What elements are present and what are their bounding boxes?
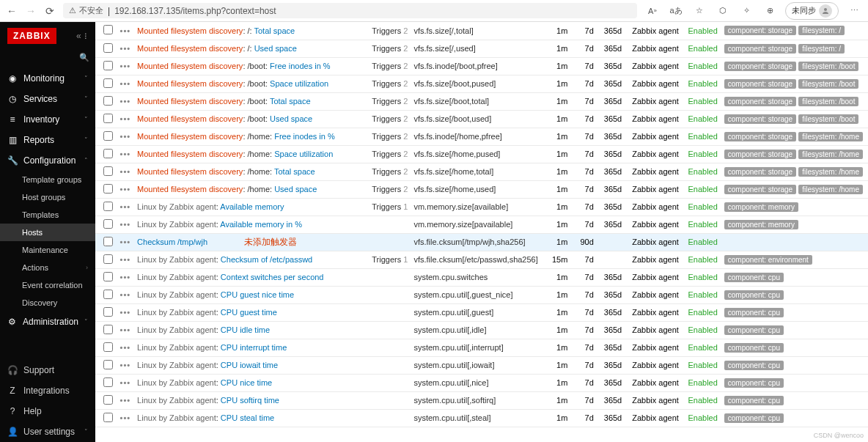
row-menu-icon[interactable]: ••• (117, 268, 134, 286)
row-menu-icon[interactable]: ••• (117, 391, 134, 409)
row-menu-icon[interactable]: ••• (117, 92, 134, 110)
text-size-icon[interactable]: A» (644, 3, 661, 19)
triggers-link[interactable]: Triggers (372, 44, 401, 53)
tag[interactable]: component: storage (724, 97, 796, 106)
nav-services[interactable]: ◷Services˅ (0, 89, 95, 109)
discovery-link[interactable]: Linux by Zabbix agent (137, 255, 216, 264)
row-checkbox[interactable] (103, 96, 113, 106)
row-checkbox[interactable] (103, 254, 113, 264)
discovery-link[interactable]: Linux by Zabbix agent (137, 325, 216, 334)
tag[interactable]: filesystem: /home (798, 150, 863, 159)
nav-administration[interactable]: ⚙Administration˅ (0, 312, 95, 332)
item-link[interactable]: CPU guest time (221, 308, 277, 317)
item-link[interactable]: Available memory in % (220, 220, 302, 229)
item-link[interactable]: CPU interrupt time (221, 343, 287, 352)
item-link[interactable]: Free inodes in % (270, 62, 331, 70)
row-checkbox[interactable] (103, 202, 113, 211)
row-menu-icon[interactable]: ••• (117, 356, 134, 374)
triggers-link[interactable]: Triggers (372, 79, 401, 88)
status-link[interactable]: Enabled (688, 396, 717, 405)
discovery-link[interactable]: Mounted filesystem discovery (137, 150, 243, 158)
discovery-link[interactable]: Mounted filesystem discovery (137, 167, 243, 176)
discovery-link[interactable]: Mounted filesystem discovery (137, 62, 243, 70)
nav-support[interactable]: 🎧Support (0, 360, 95, 380)
tag[interactable]: component: environment (724, 255, 812, 265)
row-checkbox[interactable] (103, 166, 113, 176)
tag[interactable]: filesystem: /boot (798, 97, 858, 106)
row-menu-icon[interactable]: ••• (117, 409, 134, 427)
row-menu-icon[interactable]: ••• (117, 198, 134, 216)
tag[interactable]: component: memory (724, 202, 798, 212)
row-menu-icon[interactable]: ••• (117, 163, 134, 180)
item-link[interactable]: Total space (274, 167, 315, 176)
row-checkbox[interactable] (103, 360, 113, 369)
row-checkbox[interactable] (103, 413, 113, 422)
nav-sub-maintenance[interactable]: Maintenance (0, 241, 95, 259)
tag[interactable]: component: storage (724, 114, 796, 124)
row-menu-icon[interactable]: ••• (117, 110, 134, 128)
row-checkbox[interactable] (103, 290, 113, 299)
discovery-link[interactable]: Linux by Zabbix agent (137, 361, 216, 369)
row-checkbox[interactable] (103, 219, 113, 229)
tag[interactable]: component: storage (724, 185, 796, 194)
row-menu-icon[interactable]: ••• (117, 128, 134, 145)
item-link[interactable]: Checksum /tmp/wjh (137, 237, 207, 246)
status-link[interactable]: Enabled (688, 202, 717, 211)
item-link[interactable]: Used space (274, 185, 317, 194)
row-menu-icon[interactable]: ••• (117, 216, 134, 233)
discovery-link[interactable]: Linux by Zabbix agent (137, 378, 216, 387)
tag[interactable]: filesystem: /home (798, 167, 863, 177)
discovery-link[interactable]: Mounted filesystem discovery (137, 114, 243, 123)
row-checkbox[interactable] (103, 307, 113, 317)
item-link[interactable]: Used space (270, 114, 312, 123)
favorites-bar-icon[interactable]: ✧ (738, 3, 754, 19)
nav-help[interactable]: ?Help (0, 401, 95, 421)
tag[interactable]: component: cpu (724, 413, 784, 423)
row-menu-icon[interactable]: ••• (117, 57, 134, 75)
discovery-link[interactable]: Linux by Zabbix agent (137, 202, 216, 211)
tag[interactable]: component: cpu (724, 273, 784, 282)
row-checkbox[interactable] (103, 114, 113, 123)
row-checkbox[interactable] (103, 61, 113, 70)
discovery-link[interactable]: Linux by Zabbix agent (137, 308, 216, 317)
triggers-link[interactable]: Triggers (372, 114, 401, 123)
item-link[interactable]: Space utilization (270, 79, 328, 88)
item-link[interactable]: Space utilization (274, 150, 333, 158)
row-checkbox[interactable] (103, 131, 113, 141)
tag[interactable]: filesystem: / (798, 44, 845, 54)
triggers-link[interactable]: Triggers (372, 132, 401, 141)
status-link[interactable]: Enabled (688, 220, 717, 229)
triggers-link[interactable]: Triggers (372, 167, 401, 176)
item-link[interactable]: Used space (254, 44, 297, 53)
address-bar[interactable]: ⚠ 不安全 | 192.168.137.135/items.php?contex… (63, 3, 637, 18)
triggers-link[interactable]: Triggers (372, 255, 401, 264)
item-link[interactable]: Total space (270, 97, 311, 106)
item-link[interactable]: CPU softirq time (221, 396, 279, 405)
nav-sub-event-correlation[interactable]: Event correlation (0, 276, 95, 294)
nav-sub-hosts[interactable]: Hosts (0, 224, 95, 241)
zabbix-logo[interactable]: ZABBIX (7, 28, 56, 44)
tag[interactable]: component: cpu (724, 378, 784, 388)
nav-sub-discovery[interactable]: Discovery (0, 294, 95, 312)
nav-sub-template-groups[interactable]: Template groups (0, 171, 95, 188)
back-button[interactable]: ← (6, 5, 18, 17)
nav-integrations[interactable]: ZIntegrations (0, 380, 95, 401)
item-link[interactable]: CPU guest nice time (221, 290, 294, 299)
row-menu-icon[interactable]: ••• (117, 286, 134, 303)
status-link[interactable]: Enabled (688, 273, 717, 281)
triggers-link[interactable]: Triggers (372, 62, 401, 70)
row-checkbox[interactable] (103, 377, 113, 387)
tag[interactable]: filesystem: /boot (798, 114, 858, 124)
status-link[interactable]: Enabled (688, 132, 717, 141)
item-link[interactable]: CPU steal time (221, 413, 274, 422)
nav-sub-actions[interactable]: Actions› (0, 259, 95, 276)
status-link[interactable]: Enabled (688, 361, 717, 369)
item-link[interactable]: CPU nice time (221, 378, 272, 387)
item-link[interactable]: Available memory (220, 202, 284, 211)
nav-sub-templates[interactable]: Templates (0, 206, 95, 224)
tag[interactable]: component: cpu (724, 308, 784, 317)
discovery-link[interactable]: Linux by Zabbix agent (137, 413, 216, 422)
row-menu-icon[interactable]: ••• (117, 180, 134, 198)
nav-inventory[interactable]: ≡Inventory˅ (0, 109, 95, 130)
tag[interactable]: filesystem: /boot (798, 79, 858, 89)
